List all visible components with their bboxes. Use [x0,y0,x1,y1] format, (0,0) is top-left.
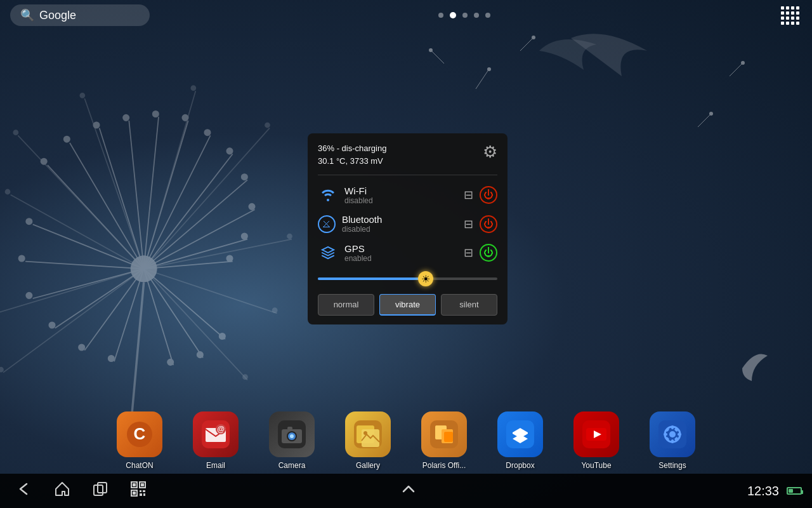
gallery-icon [345,411,391,457]
wifi-power-button[interactable]: ⏻ [480,186,497,204]
camera-label: Camera [278,461,306,470]
battery-indicator [787,487,802,495]
svg-point-40 [197,352,203,358]
dropbox-icon [497,411,543,457]
nav-right-info: 12:33 [540,484,812,498]
app-chaton[interactable]: C ChatON [108,411,171,470]
wifi-controls: ⊟ ⏻ [464,186,497,204]
brightness-row: ☀ [318,267,497,290]
page-dot-3[interactable] [462,13,468,18]
wifi-label: Wi-Fi disabled [344,185,457,205]
battery-bar [787,487,802,495]
svg-rect-118 [140,493,142,496]
wifi-settings-icon[interactable]: ⊟ [464,188,473,202]
svg-rect-92 [444,432,453,442]
svg-rect-100 [671,425,674,429]
wifi-icon [318,185,338,205]
svg-point-8 [123,115,129,121]
svg-point-50 [191,86,195,90]
page-indicator [438,12,490,18]
svg-point-60 [0,368,3,372]
gps-row: GPS enabled ⊟ ⏻ [318,238,497,267]
svg-line-45 [18,135,143,269]
svg-line-35 [114,269,144,361]
svg-rect-84 [287,427,292,430]
svg-rect-101 [671,439,674,443]
svg-point-38 [167,359,173,365]
svg-point-56 [273,308,277,312]
svg-point-54 [287,234,292,239]
gps-settings-icon[interactable]: ⊟ [464,246,473,260]
app-youtube[interactable]: YouTube [565,411,628,470]
svg-line-31 [55,269,144,328]
bluetooth-power-button[interactable]: ⏻ [480,215,497,233]
wifi-row: Wi-Fi disabled ⊟ ⏻ [318,180,497,210]
sound-mode-row: normal vibrate silent [318,294,497,316]
svg-point-36 [108,356,114,361]
svg-line-25 [33,224,144,269]
nav-up-button[interactable] [400,480,417,502]
app-settings[interactable]: Settings [641,411,704,470]
page-dot-2[interactable] [450,12,456,18]
nav-center [277,480,539,502]
sound-mode-vibrate[interactable]: vibrate [379,294,436,316]
divider-1 [318,175,497,175]
svg-point-83 [290,434,294,438]
page-dot-4[interactable] [474,13,479,18]
youtube-label: YouTube [581,461,611,470]
svg-line-57 [0,269,144,313]
bluetooth-settings-icon[interactable]: ⊟ [464,217,473,231]
svg-point-88 [363,431,367,435]
sound-mode-silent[interactable]: silent [441,294,497,316]
battery-info-row: 36% - dis-charging 30.1 °C, 3733 mV ⚙ [318,142,497,167]
dropbox-label: Dropbox [506,461,534,470]
top-bar: 🔍 Google [0,0,812,30]
svg-point-24 [226,255,232,261]
back-button[interactable] [15,480,33,502]
svg-line-27 [25,262,144,269]
svg-point-44 [6,190,10,194]
chaton-icon: C [117,411,162,457]
qr-button[interactable] [129,480,147,502]
svg-rect-102 [664,433,667,436]
bluetooth-row: ⯷ Bluetooth disabled ⊟ ⏻ [318,210,497,238]
svg-point-20 [249,204,254,210]
svg-point-26 [26,218,32,224]
polaris-label: Polaris Offi... [422,461,466,470]
app-dropbox[interactable]: Dropbox [488,411,552,470]
settings-label: Settings [658,461,686,470]
app-camera[interactable]: Camera [260,411,324,470]
page-dot-5[interactable] [485,13,490,18]
battery-percentage: 36% - dis-charging [318,142,386,155]
gps-power-button[interactable]: ⏻ [480,244,497,262]
svg-point-10 [153,111,159,117]
svg-line-33 [84,269,143,350]
svg-point-42 [219,333,225,339]
home-button[interactable] [53,480,71,502]
svg-point-28 [19,255,25,261]
brightness-slider[interactable]: ☀ [318,277,497,280]
recent-apps-button[interactable] [91,480,109,502]
app-polaris[interactable]: Polaris Offi... [412,411,476,470]
settings-gear-button[interactable]: ⚙ [483,142,497,162]
svg-rect-119 [143,493,145,496]
google-search-bar[interactable]: 🔍 Google [10,4,150,26]
app-email[interactable]: @ Email [184,411,247,470]
sound-mode-normal[interactable]: normal [318,294,374,316]
app-dock: C ChatON @ Email Camera Gallery Polaris … [0,409,812,472]
youtube-icon [573,411,619,457]
navigation-bar: 12:33 [0,474,812,508]
all-apps-button[interactable] [778,4,802,27]
battery-temperature: 30.1 °C, 3733 mV [318,155,386,168]
bluetooth-controls: ⊟ ⏻ [464,215,497,233]
svg-rect-103 [678,433,681,436]
chaton-label: ChatON [126,461,153,470]
brightness-thumb[interactable]: ☀ [418,271,433,286]
search-icon: 🔍 [20,8,34,22]
svg-point-99 [669,431,676,438]
svg-point-62 [243,375,247,379]
quick-settings-panel: 36% - dis-charging 30.1 °C, 3733 mV ⚙ Wi… [308,133,508,324]
app-gallery[interactable]: Gallery [336,411,400,470]
page-dot-1[interactable] [438,13,443,18]
gps-status: enabled [344,254,457,263]
